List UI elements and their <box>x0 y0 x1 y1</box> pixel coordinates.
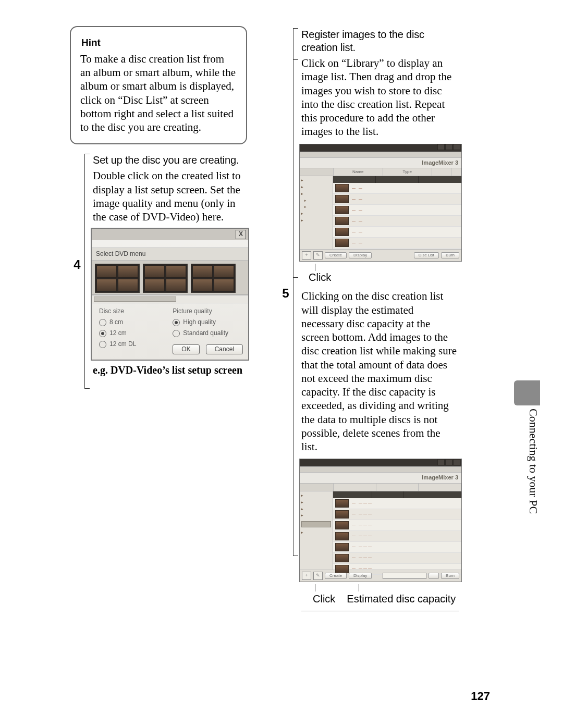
tree-item[interactable] <box>301 530 331 535</box>
list-item[interactable]: —— <box>333 216 461 227</box>
radio-icon <box>99 319 106 326</box>
window-controls[interactable] <box>437 459 460 467</box>
radio-icon <box>99 330 106 337</box>
burn-button[interactable]: Burn <box>441 573 459 579</box>
column-tab[interactable] <box>376 484 419 491</box>
bottom-button[interactable]: Display <box>349 252 372 258</box>
library-tree[interactable] <box>300 491 333 570</box>
left-tab[interactable] <box>300 168 334 176</box>
window-controls[interactable] <box>437 144 460 152</box>
dvd-menu-thumb[interactable] <box>95 264 140 293</box>
app-brand: ImageMixer 3 <box>422 159 458 167</box>
ok-button[interactable]: OK <box>173 344 199 354</box>
dvd-menu-thumb[interactable] <box>191 264 236 293</box>
close-icon[interactable]: X <box>236 230 246 239</box>
menubar[interactable] <box>300 152 461 158</box>
disc-size-label: Disc size <box>99 307 167 315</box>
picture-quality-option[interactable]: Standard quality <box>173 329 243 337</box>
bottom-button[interactable]: Create <box>325 252 347 258</box>
app-brand: ImageMixer 3 <box>422 474 458 482</box>
step-number-4: 4 <box>71 257 83 273</box>
tree-item[interactable] <box>301 212 331 216</box>
column-tab[interactable] <box>334 484 376 491</box>
column-tab[interactable]: Type <box>383 168 433 176</box>
list-item[interactable]: —— — — <box>333 509 461 520</box>
tree-item[interactable] <box>301 500 331 505</box>
disc-size-option[interactable]: 12 cm DL <box>99 340 167 348</box>
add-button[interactable]: + <box>302 251 311 260</box>
list-item[interactable]: —— <box>333 205 461 216</box>
list-header[interactable] <box>419 176 461 183</box>
library-tree[interactable] <box>300 176 333 249</box>
radio-icon <box>173 319 180 326</box>
list-header[interactable] <box>372 491 403 498</box>
tree-item[interactable] <box>301 513 331 518</box>
step4-caption: e.g. DVD-Video’s list setup screen <box>93 364 250 377</box>
bottom-button[interactable] <box>429 573 439 579</box>
library-window: ImageMixer 3 Name Type <box>299 144 462 262</box>
column-tab[interactable] <box>419 484 461 491</box>
cancel-button[interactable]: Cancel <box>206 344 243 354</box>
tree-item-selected[interactable] <box>301 521 331 527</box>
hint-box: Hint To make a disc creation list from a… <box>70 26 247 144</box>
list-item[interactable]: —— — — <box>333 553 461 564</box>
column-tab[interactable] <box>432 168 451 176</box>
tree-item[interactable] <box>301 178 331 183</box>
side-tab-label: Connecting to your PC <box>514 405 540 514</box>
column-tab[interactable]: Name <box>334 168 383 176</box>
list-item[interactable]: —— — — <box>333 542 461 553</box>
list-item[interactable]: —— — — <box>333 498 461 509</box>
tree-item[interactable] <box>301 192 331 196</box>
list-header[interactable] <box>333 491 372 498</box>
step5-body1: Click on “Library” to display an image l… <box>301 56 459 139</box>
radio-label: Standard quality <box>183 329 228 337</box>
add-button[interactable]: + <box>302 572 311 580</box>
tree-item[interactable] <box>301 493 331 498</box>
edit-button[interactable]: ✎ <box>313 251 323 260</box>
list-header[interactable] <box>376 176 419 183</box>
list-item[interactable]: —— <box>333 227 461 238</box>
burn-button[interactable]: Burn <box>441 252 459 258</box>
disc-list-button[interactable]: Disc List <box>414 252 439 258</box>
list-item[interactable]: —— <box>333 238 461 249</box>
list-item[interactable]: —— <box>333 194 461 205</box>
radio-label: 12 cm <box>109 329 127 337</box>
tree-item[interactable] <box>301 218 331 223</box>
dvd-thumb-scrollbar[interactable] <box>92 295 248 303</box>
column-tab[interactable] <box>451 168 461 176</box>
step4-body: Double click on the created list to disp… <box>93 169 250 224</box>
tree-item[interactable] <box>301 185 331 190</box>
left-column: Hint To make a disc creation list from a… <box>73 26 250 611</box>
list-item[interactable]: —— — — <box>333 520 461 531</box>
disc-size-option[interactable]: 8 cm <box>99 318 167 326</box>
bottom-button[interactable]: Create <box>325 573 347 579</box>
dialog-section-label: Select DVD menu <box>92 248 248 261</box>
picture-quality-option[interactable]: High quality <box>173 318 243 326</box>
disc-list-window: ImageMixer 3 <box>299 459 462 582</box>
tree-item[interactable] <box>301 199 331 203</box>
disc-capacity-bar <box>383 573 426 579</box>
list-item[interactable]: —— <box>333 183 461 194</box>
list-item[interactable]: —— — — <box>333 531 461 542</box>
left-tab[interactable] <box>300 484 334 491</box>
disc-size-option[interactable]: 12 cm <box>99 329 167 337</box>
dvd-setup-dialog: X Select DVD menu Disc size <box>91 228 249 361</box>
hint-title: Hint <box>81 36 237 49</box>
tree-item[interactable] <box>301 205 331 209</box>
dvd-menu-thumb[interactable] <box>143 264 188 293</box>
tree-item[interactable] <box>301 507 331 512</box>
step5-heading: Register images to the disc creation lis… <box>301 28 459 54</box>
list-header[interactable] <box>403 491 461 498</box>
step5-annot1: Click <box>301 271 459 284</box>
right-column: 5 Register images to the disc creation l… <box>282 26 459 611</box>
window-bottom-bar: + ✎ Create Display Disc List Burn <box>300 249 461 261</box>
list-header[interactable] <box>333 176 376 183</box>
radio-icon <box>99 341 106 348</box>
menubar[interactable] <box>300 466 461 473</box>
manual-page: Hint To make a disc creation list from a… <box>0 0 563 728</box>
bottom-button[interactable]: Display <box>349 573 372 579</box>
edit-button[interactable]: ✎ <box>313 572 323 580</box>
window-title <box>301 460 302 465</box>
picture-quality-label: Picture quality <box>173 307 243 315</box>
step4-heading: Set up the disc you are creating. <box>93 154 250 167</box>
